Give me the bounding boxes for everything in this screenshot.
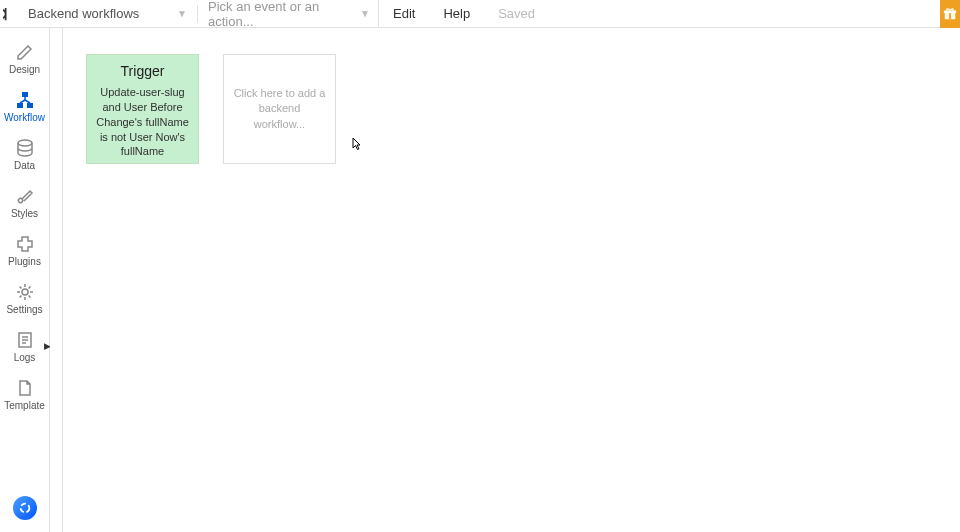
topbar: Backend workflows ▼ Pick an event or an …: [0, 0, 960, 28]
chevron-down-icon: ▼: [177, 8, 187, 19]
pencil-icon: [15, 42, 35, 62]
sidebar-item-workflow[interactable]: Workflow: [0, 82, 49, 130]
svg-point-9: [20, 504, 29, 513]
canvas-guide: [62, 28, 63, 532]
sidebar-label: Design: [9, 64, 40, 75]
help-label: Help: [443, 6, 470, 21]
sidebar-label: Plugins: [8, 256, 41, 267]
edit-menu[interactable]: Edit: [379, 0, 429, 28]
database-icon: [15, 138, 35, 158]
sidebar-label: Settings: [6, 304, 42, 315]
saved-status: Saved: [484, 0, 549, 28]
logs-icon: [15, 330, 35, 350]
sidebar-item-plugins[interactable]: Plugins: [0, 226, 49, 274]
saved-label: Saved: [498, 6, 535, 21]
sidebar-item-template[interactable]: Template: [0, 370, 49, 418]
sidebar-item-styles[interactable]: Styles: [0, 178, 49, 226]
sidebar-item-data[interactable]: Data: [0, 130, 49, 178]
bubble-logo[interactable]: [0, 0, 20, 28]
svg-rect-3: [22, 92, 28, 97]
sidebar-item-settings[interactable]: Settings: [0, 274, 49, 322]
cursor-pointer-icon: [349, 136, 365, 152]
main: Design Workflow Data Styles Plugins Sett…: [0, 28, 960, 532]
svg-rect-2: [944, 10, 956, 13]
svg-rect-4: [17, 103, 23, 108]
help-menu[interactable]: Help: [429, 0, 484, 28]
cards-row: Trigger Update-user-slug and User Before…: [86, 54, 336, 164]
plugin-icon: [15, 234, 35, 254]
sidebar-label: Workflow: [4, 112, 45, 123]
sidebar: Design Workflow Data Styles Plugins Sett…: [0, 28, 50, 532]
brush-icon: [15, 186, 35, 206]
trigger-card[interactable]: Trigger Update-user-slug and User Before…: [86, 54, 199, 164]
workflow-canvas[interactable]: Trigger Update-user-slug and User Before…: [50, 28, 960, 532]
sidebar-item-design[interactable]: Design: [0, 34, 49, 82]
svg-point-6: [18, 140, 32, 146]
sidebar-item-logs[interactable]: Logs ▶: [0, 322, 49, 370]
sidebar-label: Styles: [11, 208, 38, 219]
gift-icon[interactable]: [940, 0, 960, 28]
divider: [197, 5, 198, 23]
svg-rect-1: [949, 12, 951, 19]
action-dropdown[interactable]: Pick an event or an action... ▼: [200, 0, 378, 28]
bubble-badge-icon[interactable]: [13, 496, 37, 520]
add-workflow-card[interactable]: Click here to add a backend workflow...: [223, 54, 336, 164]
trigger-body: Update-user-slug and User Before Change'…: [93, 85, 192, 159]
spacer: [0, 418, 49, 496]
trigger-title: Trigger: [121, 63, 165, 79]
sidebar-label: Logs: [14, 352, 36, 363]
svg-rect-5: [27, 103, 33, 108]
page-dropdown-label: Backend workflows: [28, 6, 139, 21]
action-dropdown-label: Pick an event or an action...: [208, 0, 360, 29]
sidebar-label: Template: [4, 400, 45, 411]
workflow-icon: [15, 90, 35, 110]
template-icon: [15, 378, 35, 398]
chevron-down-icon: ▼: [360, 8, 370, 19]
gear-icon: [15, 282, 35, 302]
page-dropdown[interactable]: Backend workflows ▼: [20, 0, 195, 28]
add-workflow-label: Click here to add a backend workflow...: [232, 86, 327, 132]
svg-point-7: [22, 289, 28, 295]
sidebar-label: Data: [14, 160, 35, 171]
edit-label: Edit: [393, 6, 415, 21]
